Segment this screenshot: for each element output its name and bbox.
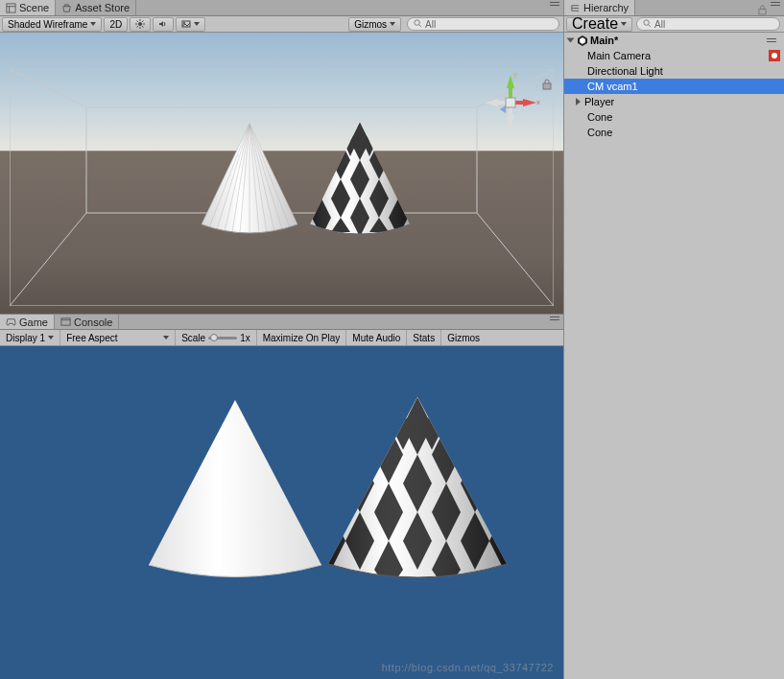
scene-search-input[interactable]: All (407, 17, 559, 31)
fx-dropdown[interactable] (176, 17, 205, 32)
display-dropdown[interactable]: Display 1 (0, 330, 60, 345)
svg-rect-31 (509, 88, 512, 98)
hierarchy-item-cone[interactable]: Cone (564, 109, 784, 125)
gizmos-label: Gizmos (354, 19, 387, 30)
panel-menu-icon[interactable] (550, 315, 559, 322)
chevron-down-icon (390, 22, 395, 26)
tab-asset-store[interactable]: Asset Store (56, 0, 136, 15)
hierarchy-item-main-camera[interactable]: Main Camera (564, 48, 784, 63)
hierarchy-item-cone[interactable]: Cone (564, 125, 784, 140)
2d-toggle[interactable]: 2D (104, 17, 128, 32)
chevron-down-icon (48, 336, 54, 340)
shading-mode-dropdown[interactable]: Shaded Wireframe (2, 17, 102, 32)
maximize-label: Maximize On Play (263, 333, 341, 343)
cone-checker (302, 117, 417, 246)
hierarchy-item-player[interactable]: Player (564, 94, 784, 109)
game-cone-white (134, 392, 336, 594)
item-label: CM vcam1 (587, 81, 638, 92)
game-gizmos-dropdown[interactable]: Gizmos (441, 330, 486, 345)
panel-menu-icon[interactable] (767, 36, 776, 44)
picture-icon (181, 19, 191, 29)
shading-mode-label: Shaded Wireframe (8, 19, 87, 30)
cinemachine-badge-icon (769, 50, 780, 61)
chevron-down-icon (194, 22, 200, 26)
console-icon (60, 316, 71, 327)
item-label: Player (584, 96, 614, 107)
scene-toolbar: Shaded Wireframe 2D Gizmos (0, 16, 563, 33)
scene-tabs: Scene Asset Store (0, 0, 563, 16)
display-label: Display 1 (6, 333, 45, 343)
panel-menu-icon[interactable] (771, 0, 780, 8)
cone-white (192, 119, 307, 244)
svg-line-8 (137, 21, 139, 23)
svg-rect-91 (317, 389, 518, 596)
2d-label: 2D (109, 19, 122, 30)
scale-label: Scale (181, 333, 205, 343)
scene-name-label: Main* (590, 35, 618, 46)
search-icon (414, 19, 422, 30)
sun-icon (135, 19, 145, 29)
hierarchy-search-input[interactable]: All (636, 17, 780, 31)
slider-track-icon (208, 337, 237, 340)
aspect-label: Free Aspect (66, 333, 117, 343)
svg-line-100 (648, 24, 651, 27)
mute-label: Mute Audio (352, 333, 400, 343)
aspect-dropdown[interactable]: Free Aspect (60, 330, 176, 345)
expand-arrow-icon[interactable] (567, 38, 575, 43)
tab-hierarchy-label: Hierarchy (583, 2, 629, 13)
scene-icon (6, 3, 16, 13)
tab-asset-store-label: Asset Store (75, 2, 130, 13)
item-label: Directional Light (587, 65, 663, 77)
watermark-text: http://blog.csdn.net/qq_33747722 (382, 662, 554, 673)
search-icon (643, 19, 652, 30)
orientation-gizmo-icon[interactable]: y x (477, 69, 544, 136)
svg-marker-40 (500, 105, 506, 113)
svg-marker-33 (523, 99, 536, 106)
stats-toggle[interactable]: Stats (407, 330, 441, 345)
maximize-on-play-toggle[interactable]: Maximize On Play (257, 330, 347, 345)
scale-value: 1x (240, 333, 250, 343)
svg-rect-71 (61, 318, 70, 325)
item-label: Cone (587, 111, 612, 123)
hierarchy-toolbar: Create All (564, 16, 784, 33)
hierarchy-panel: Hierarchy Create All Main* Main (563, 0, 784, 679)
panel-menu-icon[interactable] (550, 0, 559, 8)
svg-marker-37 (507, 115, 514, 129)
tab-game-label: Game (19, 316, 48, 328)
tab-scene-label: Scene (19, 2, 49, 13)
search-placeholder: All (654, 19, 665, 30)
chevron-down-icon (90, 22, 96, 26)
svg-line-27 (10, 213, 86, 306)
hierarchy-item-cm-vcam1[interactable]: CM vcam1 (564, 79, 784, 94)
scale-slider[interactable]: Scale 1x (176, 330, 257, 345)
hierarchy-scene-row[interactable]: Main* (564, 33, 784, 48)
chevron-down-icon (621, 22, 627, 26)
lighting-toggle[interactable] (130, 17, 151, 32)
svg-rect-39 (506, 98, 515, 107)
tab-hierarchy[interactable]: Hierarchy (564, 0, 635, 15)
svg-rect-98 (759, 10, 766, 14)
hierarchy-tabs: Hierarchy (564, 0, 784, 16)
svg-marker-35 (485, 99, 498, 106)
expand-arrow-icon[interactable] (576, 98, 581, 105)
search-placeholder: All (425, 19, 436, 30)
mute-audio-toggle[interactable]: Mute Audio (346, 330, 407, 345)
svg-rect-0 (7, 3, 15, 12)
stats-label: Stats (413, 333, 435, 343)
hierarchy-item-directional-light[interactable]: Directional Light (564, 63, 784, 79)
scene-viewport[interactable]: y x (0, 33, 563, 314)
tab-console-label: Console (74, 316, 112, 328)
game-gizmos-label: Gizmos (447, 333, 480, 343)
tab-scene[interactable]: Scene (0, 0, 56, 15)
tab-console[interactable]: Console (55, 315, 119, 329)
svg-line-25 (10, 69, 86, 107)
create-dropdown[interactable]: Create (566, 17, 632, 32)
lock-icon[interactable] (758, 2, 767, 12)
gizmos-dropdown[interactable]: Gizmos (348, 17, 401, 32)
svg-line-28 (477, 213, 554, 306)
audio-toggle[interactable] (153, 17, 174, 32)
game-viewport[interactable]: http://blog.csdn.net/qq_33747722 (0, 346, 563, 679)
svg-rect-70 (302, 117, 417, 246)
hierarchy-icon (570, 3, 581, 13)
tab-game[interactable]: Game (0, 315, 55, 329)
